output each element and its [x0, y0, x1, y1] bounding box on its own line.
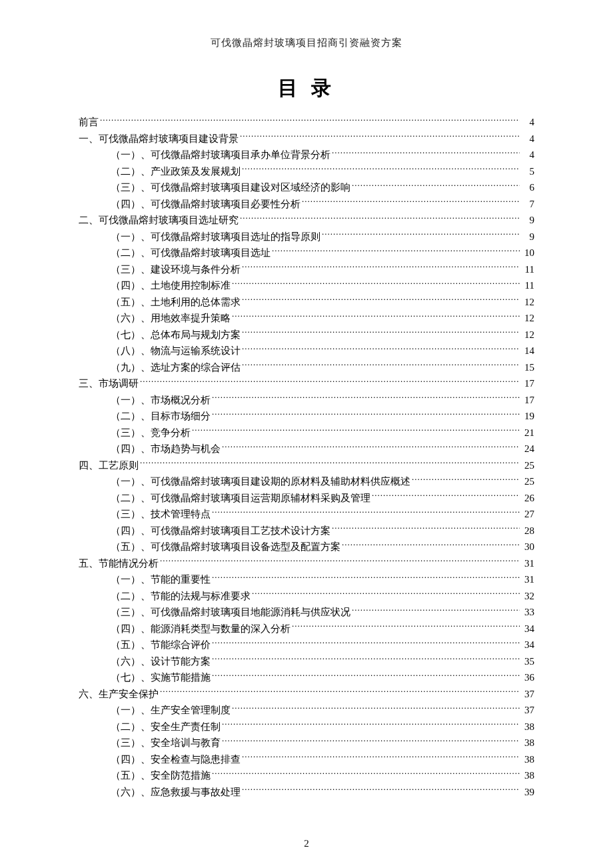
toc-entry[interactable]: 前言4	[79, 114, 534, 131]
toc-entry[interactable]: （五）、土地利用的总体需求12	[79, 294, 534, 311]
toc-entry[interactable]: （二）、目标市场细分19	[79, 408, 534, 425]
toc-entry-page: 37	[521, 686, 534, 703]
toc-entry[interactable]: （一）、生产安全管理制度37	[79, 702, 534, 719]
toc-entry[interactable]: （四）、市场趋势与机会24	[79, 441, 534, 457]
toc-entry-label: 前言	[79, 114, 99, 131]
toc-entry[interactable]: （一）、可伐微晶熔封玻璃项目选址的指导原则9	[79, 229, 534, 245]
toc-entry[interactable]: （二）、可伐微晶熔封玻璃项目运营期原辅材料采购及管理26	[79, 490, 534, 507]
toc-entry-label: （一）、可伐微晶熔封玻璃项目建设期的原材料及辅助材料供应概述	[111, 473, 410, 490]
toc-entry-label: （四）、市场趋势与机会	[111, 441, 221, 457]
toc-entry-page: 12	[521, 310, 534, 327]
toc-entry[interactable]: （五）、可伐微晶熔封玻璃项目设备选型及配置方案30	[79, 539, 534, 555]
toc-entry[interactable]: （三）、安全培训与教育38	[79, 735, 534, 751]
toc-entry-page: 27	[521, 506, 534, 523]
toc-entry[interactable]: （九）、选址方案的综合评估15	[79, 359, 534, 376]
toc-entry[interactable]: （一）、可伐微晶熔封玻璃项目建设期的原材料及辅助材料供应概述25	[79, 473, 534, 490]
toc-leader-dots	[222, 736, 520, 746]
toc-entry[interactable]: 三、市场调研17	[79, 375, 534, 392]
toc-entry[interactable]: （三）、建设环境与条件分析11	[79, 261, 534, 278]
toc-leader-dots	[100, 115, 520, 125]
toc-entry-page: 21	[521, 425, 534, 441]
toc-entry[interactable]: （七）、总体布局与规划方案12	[79, 327, 534, 343]
toc-entry[interactable]: （四）、土地使用控制标准11	[79, 277, 534, 294]
toc-entry-label: （六）、应急救援与事故处理	[111, 784, 241, 801]
toc-leader-dots	[212, 393, 520, 403]
toc-entry-page: 39	[521, 784, 534, 801]
toc-entry[interactable]: （三）、可伐微晶熔封玻璃项目地能源消耗与供应状况33	[79, 604, 534, 621]
toc-entry-page: 26	[521, 490, 534, 507]
toc-entry[interactable]: （二）、产业政策及发展规划5	[79, 163, 534, 180]
toc-entry-page: 35	[521, 653, 534, 670]
toc-entry[interactable]: （一）、节能的重要性31	[79, 571, 534, 588]
toc-entry-page: 32	[521, 588, 534, 605]
toc-entry[interactable]: 二、可伐微晶熔封玻璃项目选址研究9	[79, 212, 534, 229]
toc-entry[interactable]: 一、可伐微晶熔封玻璃项目建设背景4	[79, 131, 534, 147]
toc-entry[interactable]: （三）、技术管理特点27	[79, 506, 534, 523]
toc-entry-page: 10	[521, 245, 534, 261]
toc-entry[interactable]: （四）、可伐微晶熔封玻璃项目必要性分析7	[79, 196, 534, 213]
toc-entry[interactable]: （二）、可伐微晶熔封玻璃项目选址10	[79, 245, 534, 261]
toc-entry-page: 28	[521, 523, 534, 539]
toc-leader-dots	[352, 181, 520, 191]
toc-leader-dots	[232, 703, 520, 713]
toc-entry-label: （一）、节能的重要性	[111, 571, 211, 588]
toc-leader-dots	[302, 197, 520, 207]
toc-entry[interactable]: （一）、可伐微晶熔封玻璃项目承办单位背景分析4	[79, 147, 534, 163]
toc-entry-label: （三）、竞争分析	[111, 425, 191, 441]
toc-entry-page: 38	[521, 751, 534, 768]
toc-entry-label: （四）、可伐微晶熔封玻璃项目必要性分析	[111, 196, 301, 213]
toc-leader-dots	[242, 361, 520, 371]
toc-leader-dots	[252, 589, 520, 599]
toc-entry-page: 33	[521, 604, 534, 621]
toc-entry-page: 25	[521, 473, 534, 490]
toc-entry-label: （五）、安全防范措施	[111, 767, 211, 784]
toc-entry-label: 一、可伐微晶熔封玻璃项目建设背景	[79, 131, 239, 147]
toc-leader-dots	[160, 687, 520, 697]
toc-entry-label: （三）、安全培训与教育	[111, 735, 221, 751]
toc-entry[interactable]: （四）、安全检查与隐患排查38	[79, 751, 534, 768]
toc-leader-dots	[412, 475, 520, 485]
toc-entry[interactable]: （五）、节能综合评价34	[79, 637, 534, 653]
toc-entry[interactable]: （五）、安全防范措施38	[79, 767, 534, 784]
toc-entry-label: 三、市场调研	[79, 375, 139, 392]
toc-leader-dots	[212, 655, 520, 665]
toc-entry[interactable]: （七）、实施节能措施36	[79, 669, 534, 686]
toc-entry[interactable]: 五、节能情况分析31	[79, 555, 534, 572]
toc-entry-page: 19	[521, 408, 534, 425]
toc-leader-dots	[212, 409, 520, 419]
toc-entry[interactable]: （八）、物流与运输系统设计14	[79, 343, 534, 359]
toc-entry-page: 17	[521, 392, 534, 409]
toc-entry[interactable]: 六、生产安全保护37	[79, 686, 534, 703]
toc-entry-label: （四）、能源消耗类型与数量的深入分析	[111, 621, 291, 637]
toc-entry[interactable]: （四）、可伐微晶熔封玻璃项目工艺技术设计方案28	[79, 523, 534, 539]
toc-leader-dots	[212, 638, 520, 648]
toc-leader-dots	[222, 720, 520, 730]
toc-entry[interactable]: （六）、用地效率提升策略12	[79, 310, 534, 327]
toc-entry-label: 二、可伐微晶熔封玻璃项目选址研究	[79, 212, 239, 229]
toc-leader-dots	[242, 753, 520, 763]
toc-leader-dots	[212, 573, 520, 583]
toc-entry[interactable]: （六）、应急救援与事故处理39	[79, 784, 534, 801]
page-number: 2	[0, 838, 613, 849]
toc-entry-page: 17	[521, 375, 534, 392]
toc-entry[interactable]: （四）、能源消耗类型与数量的深入分析34	[79, 621, 534, 637]
toc-entry-page: 38	[521, 735, 534, 751]
toc-entry[interactable]: （二）、安全生产责任制38	[79, 719, 534, 735]
toc-entry[interactable]: （三）、竞争分析21	[79, 425, 534, 441]
toc-entry-page: 4	[521, 114, 534, 131]
toc-entry[interactable]: （一）、市场概况分析17	[79, 392, 534, 409]
toc-entry[interactable]: 四、工艺原则25	[79, 457, 534, 474]
toc-entry-label: （三）、可伐微晶熔封玻璃项目地能源消耗与供应状况	[111, 604, 350, 621]
toc-entry-page: 4	[521, 131, 534, 147]
toc-entry-page: 37	[521, 702, 534, 719]
toc-entry[interactable]: （六）、设计节能方案35	[79, 653, 534, 670]
toc-entry[interactable]: （二）、节能的法规与标准要求32	[79, 588, 534, 605]
toc-entry-page: 25	[521, 457, 534, 474]
toc-entry-label: （二）、目标市场细分	[111, 408, 211, 425]
toc-entry-page: 36	[521, 669, 534, 686]
toc-leader-dots	[212, 769, 520, 779]
toc-entry-label: 四、工艺原则	[79, 457, 139, 474]
toc-entry[interactable]: （三）、可伐微晶熔封玻璃项目建设对区域经济的影响6	[79, 179, 534, 196]
toc-leader-dots	[140, 377, 520, 387]
toc-entry-label: 六、生产安全保护	[79, 686, 159, 703]
